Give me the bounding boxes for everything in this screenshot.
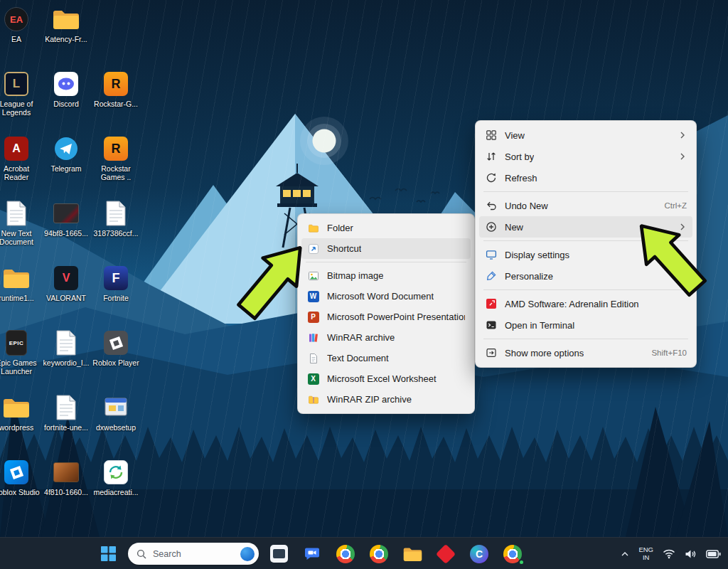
- desktop-icon-mediacreation[interactable]: mediacreati...: [91, 454, 141, 519]
- start-button[interactable]: [95, 541, 122, 568]
- league-of-legends-icon: L: [4, 72, 28, 96]
- desktop-icon-telegram[interactable]: Telegram: [41, 131, 91, 196]
- submenu-item-bitmap-image[interactable]: Bitmap image: [301, 265, 471, 286]
- app-window-icon: [270, 545, 288, 563]
- taskbar-search[interactable]: Search: [128, 543, 259, 565]
- desktop-icon-league-of-legends[interactable]: L League of Legends: [0, 66, 41, 131]
- bing-icon: [240, 547, 255, 561]
- menu-item-undo-new[interactable]: Undo New Ctrl+Z: [479, 195, 692, 216]
- zip-icon: [307, 393, 319, 405]
- language-indicator[interactable]: ENG IN: [638, 546, 653, 562]
- valorant-icon: V: [54, 266, 78, 290]
- menu-item-refresh[interactable]: Refresh: [479, 167, 692, 188]
- desktop-icon-3187386ccf[interactable]: 3187386ccf...: [91, 196, 141, 260]
- submenu-item-winrar-archive[interactable]: WinRAR archive: [301, 327, 471, 348]
- image-thumbnail-icon: [53, 203, 79, 223]
- menu-item-display-settings[interactable]: Display settings: [479, 244, 692, 265]
- telegram-icon: [53, 135, 80, 162]
- installer-icon: [102, 394, 129, 421]
- desktop-icon-rockstar-g[interactable]: R Rockstar-G...: [91, 66, 141, 131]
- sort-icon: [485, 151, 497, 163]
- taskbar-amd-software[interactable]: [432, 541, 459, 568]
- submenu-item-excel-worksheet[interactable]: X Microsoft Excel Worksheet: [301, 368, 471, 389]
- submenu-item-text-document[interactable]: Text Document: [301, 348, 471, 368]
- text-file-icon: [53, 394, 80, 421]
- desktop-icon-keywordio[interactable]: keywordio_I...: [41, 325, 91, 390]
- text-file-icon: [3, 200, 30, 227]
- desktop-icon-rockstar-games[interactable]: R Rockstar Games ..: [91, 131, 141, 196]
- desktop-icon-new-text-document[interactable]: New Text Document: [0, 196, 41, 260]
- menu-separator: [306, 262, 466, 262]
- desktop-icon-4f810[interactable]: 4f810-1660...: [41, 454, 91, 519]
- desktop-icon-epic-games[interactable]: EPIC Epic Games Launcher: [0, 325, 41, 390]
- desktop-icon-valorant[interactable]: V VALORANT: [41, 260, 91, 325]
- submenu-item-shortcut[interactable]: Shortcut: [301, 238, 471, 259]
- submenu-item-powerpoint-presentation[interactable]: P Microsoft PowerPoint Presentation: [301, 307, 471, 327]
- chat-icon: [303, 546, 321, 563]
- menu-separator: [483, 339, 688, 339]
- submenu-item-folder[interactable]: Folder: [301, 218, 471, 238]
- menu-item-view[interactable]: View: [479, 124, 692, 146]
- menu-item-personalize[interactable]: Personalize: [479, 265, 692, 287]
- battery-icon[interactable]: [706, 550, 721, 558]
- menu-item-new[interactable]: New: [479, 216, 692, 238]
- taskbar: Search C ENG IN: [0, 537, 728, 569]
- search-placeholder: Search: [153, 549, 234, 559]
- chrome-icon: [370, 545, 388, 563]
- desktop-icon-discord[interactable]: Discord: [41, 66, 91, 131]
- file-explorer-icon: [403, 546, 422, 562]
- desktop-icon-runtime1-folder[interactable]: runtime1...: [0, 260, 41, 325]
- taskbar-file-explorer[interactable]: [399, 541, 426, 568]
- desktop-icon-roblox-player[interactable]: Roblox Player: [91, 325, 141, 390]
- chrome-icon: [336, 545, 355, 563]
- taskbar-chat[interactable]: [299, 541, 326, 568]
- taskbar-chrome-3[interactable]: [499, 541, 526, 568]
- refresh-icon: [485, 172, 497, 184]
- menu-separator: [483, 240, 688, 241]
- menu-separator: [483, 289, 688, 290]
- desktop[interactable]: EA EA Katency-Fr... L League of Legends …: [0, 0, 728, 569]
- submenu-item-winrar-zip-archive[interactable]: WinRAR ZIP archive: [301, 389, 471, 410]
- wifi-icon[interactable]: [663, 548, 675, 559]
- desktop-icon-ea[interactable]: EA EA: [0, 1, 41, 66]
- amd-radeon-icon: [436, 543, 456, 563]
- desktop-icon-wordpress-folder[interactable]: wordpress: [0, 390, 41, 454]
- desktop-icon-dxwebsetup[interactable]: dxwebsetup: [91, 390, 141, 454]
- desktop-icon-94bf8[interactable]: 94bf8-1665...: [41, 196, 91, 260]
- taskbar-app-window[interactable]: [265, 541, 292, 568]
- menu-item-show-more-options[interactable]: Show more options Shift+F10: [479, 342, 692, 363]
- rockstar-icon: R: [104, 72, 128, 96]
- undo-icon: [485, 200, 497, 212]
- desktop-icon-fortnite[interactable]: F Fortnite: [91, 260, 141, 325]
- folder-icon: [3, 265, 30, 292]
- taskbar-chrome-1[interactable]: [332, 541, 359, 568]
- windows-logo-icon: [101, 546, 116, 561]
- acrobat-reader-icon: A: [4, 137, 28, 161]
- taskbar-chrome-2[interactable]: [365, 541, 392, 568]
- desktop-icon-acrobat-reader[interactable]: A Acrobat Reader: [0, 131, 41, 196]
- tray-chevron-up-icon[interactable]: [621, 551, 629, 557]
- discord-icon: [54, 72, 78, 96]
- menu-item-open-in-terminal[interactable]: Open in Terminal: [479, 314, 692, 336]
- desktop-icon-fortnite-une[interactable]: fortnite-une...: [41, 390, 91, 454]
- desktop-icon-katency-folder[interactable]: Katency-Fr...: [41, 1, 91, 66]
- epic-games-icon: EPIC: [6, 330, 27, 356]
- menu-separator: [483, 191, 688, 192]
- desktop-icon-roblox-studio[interactable]: Roblox Studio: [0, 454, 41, 519]
- taskbar-canva[interactable]: C: [466, 541, 493, 568]
- personalize-icon: [485, 270, 497, 282]
- folder-icon: [3, 394, 30, 421]
- menu-item-amd-software[interactable]: AMD Software: Adrenalin Edition: [479, 293, 692, 314]
- submenu-item-word-document[interactable]: W Microsoft Word Document: [301, 286, 471, 307]
- image-thumbnail-icon: [53, 462, 79, 482]
- bitmap-icon: [307, 270, 319, 282]
- menu-item-sort-by[interactable]: Sort by: [479, 146, 692, 167]
- folder-icon: [53, 6, 80, 33]
- roblox-studio-icon: [4, 460, 28, 484]
- chevron-right-icon: [678, 223, 687, 231]
- ea-app-icon: EA: [4, 7, 28, 31]
- winrar-icon: [307, 331, 319, 344]
- shortcut-hint: Ctrl+Z: [664, 201, 687, 210]
- text-file-icon: [307, 352, 319, 364]
- volume-icon[interactable]: [685, 549, 697, 559]
